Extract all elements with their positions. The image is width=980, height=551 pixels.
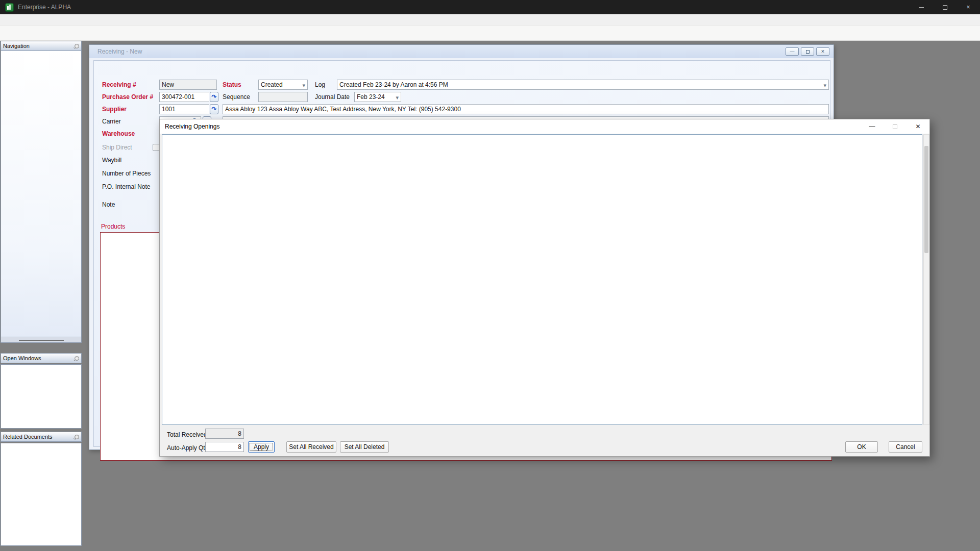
panel-splitter[interactable] xyxy=(1,337,82,343)
receiving-number-field[interactable]: New xyxy=(159,80,217,90)
carrier-label: Carrier xyxy=(102,116,121,127)
minimize-icon[interactable]: — xyxy=(786,47,799,56)
menu-bar xyxy=(0,14,980,26)
ship-direct-label: Ship Direct xyxy=(102,142,132,153)
close-icon[interactable]: ✕ xyxy=(816,47,829,56)
sequence-field[interactable] xyxy=(258,92,308,102)
minimize-icon[interactable] xyxy=(910,0,933,14)
dialog-titlebar: Receiving Openings xyxy=(160,119,929,134)
status-select[interactable]: Created xyxy=(258,80,308,90)
total-received-label: Total Received: xyxy=(167,430,209,440)
dialog-title: Receiving Openings xyxy=(165,123,219,130)
scrollbar-thumb[interactable] xyxy=(924,146,928,253)
log-label: Log xyxy=(315,80,325,90)
purchase-order-field[interactable]: 300472-001 xyxy=(159,92,209,102)
receiving-window-titlebar: Receiving - New xyxy=(89,45,834,58)
close-icon[interactable]: × xyxy=(957,0,980,14)
po-lookup-arrow-icon[interactable]: ↷ xyxy=(210,92,218,102)
auto-apply-qty-label: Auto-Apply Qty: xyxy=(167,443,210,453)
app-titlebar: Enterprise - ALPHA × xyxy=(0,0,980,14)
toolbar xyxy=(0,26,980,41)
po-internal-note-label: P.O. Internal Note xyxy=(102,182,151,192)
open-windows-header: Open Windows xyxy=(1,353,82,363)
purchase-order-label: Purchase Order # xyxy=(102,92,153,102)
set-all-received-button[interactable]: Set All Received xyxy=(286,441,336,453)
receiving-window-title: Receiving - New xyxy=(97,48,142,55)
maximize-icon[interactable] xyxy=(933,0,957,14)
cancel-button[interactable]: Cancel xyxy=(889,441,922,453)
pin-icon[interactable] xyxy=(75,44,79,48)
related-documents-list xyxy=(1,443,82,546)
pin-icon[interactable] xyxy=(75,435,79,439)
close-icon[interactable]: ✕ xyxy=(906,119,929,134)
note-label: Note xyxy=(102,199,115,210)
set-all-deleted-button[interactable]: Set All Deleted xyxy=(340,441,389,453)
navigation-header: Navigation xyxy=(1,41,82,51)
waybill-label: Waybill xyxy=(102,155,121,165)
receiving-openings-dialog: Receiving Openings — ✕ Total Received: 8… xyxy=(159,119,930,457)
total-received-field: 8 xyxy=(205,429,244,439)
related-documents-header: Related Documents xyxy=(1,432,82,442)
app-icon xyxy=(5,3,14,12)
openings-grid-wrap xyxy=(162,134,922,425)
supplier-label: Supplier xyxy=(102,104,127,114)
supplier-lookup-arrow-icon[interactable]: ↷ xyxy=(210,104,218,114)
open-windows-header-label: Open Windows xyxy=(3,355,41,361)
apply-button[interactable]: Apply xyxy=(248,441,275,453)
restore-icon[interactable] xyxy=(801,47,814,56)
journal-date-select[interactable]: Feb 23-24 xyxy=(354,92,401,102)
warehouse-label: Warehouse xyxy=(102,129,135,139)
number-of-pieces-label: Number of Pieces xyxy=(102,168,151,179)
ship-direct-checkbox[interactable] xyxy=(153,144,160,151)
maximize-icon xyxy=(884,119,906,134)
window-controls: × xyxy=(910,0,980,14)
pin-icon[interactable] xyxy=(75,356,79,361)
auto-apply-qty-field[interactable]: 8 xyxy=(205,442,244,452)
minimize-icon[interactable]: — xyxy=(861,119,884,134)
receiving-number-label: Receiving # xyxy=(102,80,136,90)
navigation-list xyxy=(1,51,82,337)
journal-date-label: Journal Date xyxy=(315,92,350,102)
vertical-scrollbar[interactable] xyxy=(923,134,929,425)
app-title: Enterprise - ALPHA xyxy=(18,4,71,11)
supplier-field[interactable]: 1001 xyxy=(159,104,209,114)
ok-button[interactable]: OK xyxy=(845,441,878,453)
supplier-info-field: Assa Abloy 123 Assa Abloy Way ABC, Test … xyxy=(223,104,829,114)
open-windows-list xyxy=(1,364,82,429)
related-documents-header-label: Related Documents xyxy=(3,434,53,440)
status-label: Status xyxy=(223,80,241,90)
navigation-header-label: Navigation xyxy=(3,43,30,49)
sequence-label: Sequence xyxy=(223,92,250,102)
navigation-panel: Navigation Open Windows Related Document… xyxy=(0,41,83,551)
tab-products[interactable]: Products xyxy=(101,223,125,230)
log-field[interactable]: Created Feb 23-24 by Aaron at 4:56 PM xyxy=(337,80,829,90)
